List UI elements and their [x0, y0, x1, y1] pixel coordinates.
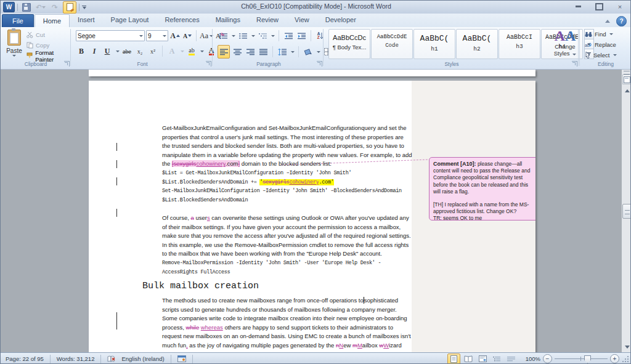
clipboard-dialog-launcher-icon[interactable]	[64, 61, 70, 67]
code-line[interactable]: $List.BlockedSendersAndDomain	[162, 196, 413, 205]
replace-button[interactable]: ab Replace	[585, 39, 616, 50]
macro-record-icon	[177, 355, 186, 362]
increase-indent-button[interactable]	[296, 30, 307, 42]
cut-button[interactable]: Cut	[26, 30, 45, 40]
chevron-up-icon	[625, 89, 630, 92]
line-spacing-button[interactable]	[277, 46, 288, 58]
justify-button[interactable]	[258, 46, 269, 58]
font-name-combobox[interactable]: Segoe	[76, 30, 145, 41]
change-styles-button[interactable]: AA Change Styles	[551, 28, 579, 57]
paste-button[interactable]: Paste	[3, 28, 25, 64]
underline-button[interactable]: U	[102, 45, 113, 57]
full-screen-reading-view-button[interactable]	[463, 354, 474, 364]
paragraph[interactable]: Get-MailboxJunkEmailConfiguration and Se…	[162, 124, 413, 169]
align-left-button[interactable]	[218, 45, 230, 59]
tab-review[interactable]: Review	[248, 14, 287, 26]
zoom-out-button[interactable]: −	[543, 354, 552, 363]
minimize-ribbon-icon[interactable]	[605, 20, 610, 23]
proofing-status[interactable]	[105, 355, 119, 363]
chevron-down-icon	[291, 51, 295, 53]
comment-balloon[interactable]: Comment [A10]: please change—all content…	[429, 157, 535, 220]
zoom-in-button[interactable]: +	[610, 354, 619, 363]
superscript-button[interactable]: x²	[147, 45, 158, 57]
section-heading[interactable]: Bulk mailbox creation	[142, 281, 413, 292]
zoom-slider[interactable]	[555, 355, 608, 363]
font-dialog-launcher-icon[interactable]	[206, 61, 211, 67]
help-button[interactable]: ?	[616, 16, 627, 26]
code-line[interactable]: Remove-MailboxPermission -Identity 'John…	[162, 259, 413, 277]
format-painter-button[interactable]: Format Painter	[26, 51, 71, 61]
text-effects-button[interactable]: A	[166, 45, 177, 57]
style-preview: AaBbC(	[457, 34, 497, 43]
grow-font-button[interactable]: A	[169, 30, 181, 42]
style-preview: AaBbCcDdE	[372, 34, 412, 40]
find-button[interactable]: Find	[585, 29, 613, 39]
tab-page-layout[interactable]: Page Layout	[103, 14, 157, 26]
paragraph-dialog-launcher-icon[interactable]	[317, 61, 322, 67]
strikethrough-button[interactable]: abe	[121, 45, 132, 57]
change-case-button[interactable]: Aa	[200, 30, 213, 42]
subscript-button[interactable]: x₂	[134, 45, 145, 57]
code-line[interactable]: $List = Get-MailboxJunkEMailConfiguratio…	[162, 169, 413, 178]
styles-group: AaBbCcDc ¶ Body Tex... AaBbCcDdE Code Aa…	[325, 27, 579, 68]
multilevel-list-button[interactable]	[257, 30, 268, 42]
numbering-button[interactable]	[237, 30, 248, 42]
word-count[interactable]: Words: 31,212	[54, 355, 97, 362]
minimize-button[interactable]	[570, 2, 586, 11]
view-ruler-button[interactable]	[622, 75, 631, 84]
tab-file[interactable]: File	[2, 14, 34, 27]
ruler-icon	[624, 76, 630, 83]
tab-references[interactable]: References	[157, 14, 207, 26]
tab-view[interactable]: View	[287, 14, 317, 26]
style-preview: AaBbCcDc	[329, 34, 370, 41]
style-h2[interactable]: AaBbC( h2	[456, 29, 498, 59]
web-layout-view-button[interactable]	[477, 354, 489, 364]
bold-button[interactable]: B	[76, 45, 87, 57]
code-line[interactable]: Set-MailboxJunkEMailConfiguration –Ident…	[162, 187, 413, 196]
page-indicator[interactable]: Page: 22 of 95	[3, 355, 46, 362]
select-label: Select	[593, 52, 609, 59]
vertical-scrollbar[interactable]	[621, 70, 631, 352]
zoom-level[interactable]: 100%	[526, 355, 540, 362]
document-page[interactable]: Comment [A10]: please change—all content…	[89, 81, 535, 352]
italic-button[interactable]: I	[89, 45, 100, 57]
tab-mailings[interactable]: Mailings	[208, 14, 248, 26]
macro-record-button[interactable]	[175, 355, 189, 362]
print-layout-view-button[interactable]	[447, 354, 460, 364]
highlight-color-button[interactable]: ab	[186, 45, 197, 57]
paragraph[interactable]: Of course, a users can overwrite these s…	[162, 214, 413, 259]
document-text[interactable]: Get-MailboxJunkEmailConfiguration and Se…	[162, 124, 413, 352]
find-label: Find	[595, 31, 606, 38]
zoom-slider-thumb[interactable]	[584, 355, 591, 363]
font-size-combobox[interactable]: 9	[146, 30, 168, 41]
draft-view-button[interactable]	[505, 354, 517, 364]
scroll-up-button[interactable]	[622, 86, 631, 95]
scrollbar-thumb[interactable]	[622, 204, 631, 219]
tab-home[interactable]: Home	[35, 14, 70, 28]
restore-button[interactable]	[591, 2, 607, 11]
decrease-indent-button[interactable]	[283, 30, 294, 42]
shading-button[interactable]	[303, 46, 314, 58]
changed-line-bar	[116, 312, 117, 330]
style-h3[interactable]: AaBbCcI h3	[499, 29, 540, 59]
close-button[interactable]: ×	[612, 2, 628, 11]
outline-view-button[interactable]	[491, 354, 503, 364]
style-code[interactable]: AaBbCcDdE Code	[371, 29, 413, 59]
paragraph[interactable]: The methods used to create new mailboxes…	[162, 296, 413, 352]
select-button[interactable]: Select	[585, 50, 617, 60]
ribbon-tab-strip: File Home Insert Page Layout References …	[1, 14, 631, 27]
tab-developer[interactable]: Developer	[317, 14, 364, 26]
bullets-button[interactable]	[218, 30, 229, 42]
language-indicator[interactable]: English (Ireland)	[119, 355, 166, 362]
code-line[interactable]: $List.BlockedSendersAndDomain += 'sexygi…	[162, 178, 413, 187]
code-block[interactable]: $List = Get-MailboxJunkEMailConfiguratio…	[162, 169, 413, 204]
resize-grip[interactable]	[622, 355, 629, 363]
align-center-button[interactable]	[232, 46, 243, 58]
align-right-button[interactable]	[245, 46, 256, 58]
scroll-down-button[interactable]	[622, 342, 631, 352]
tab-insert[interactable]: Insert	[70, 14, 103, 26]
style-body-text[interactable]: AaBbCcDc ¶ Body Tex...	[328, 29, 370, 59]
shrink-font-button[interactable]: A	[182, 30, 193, 42]
line-spacing-icon	[278, 49, 287, 55]
style-h1[interactable]: AaBbC( h1	[413, 29, 455, 59]
